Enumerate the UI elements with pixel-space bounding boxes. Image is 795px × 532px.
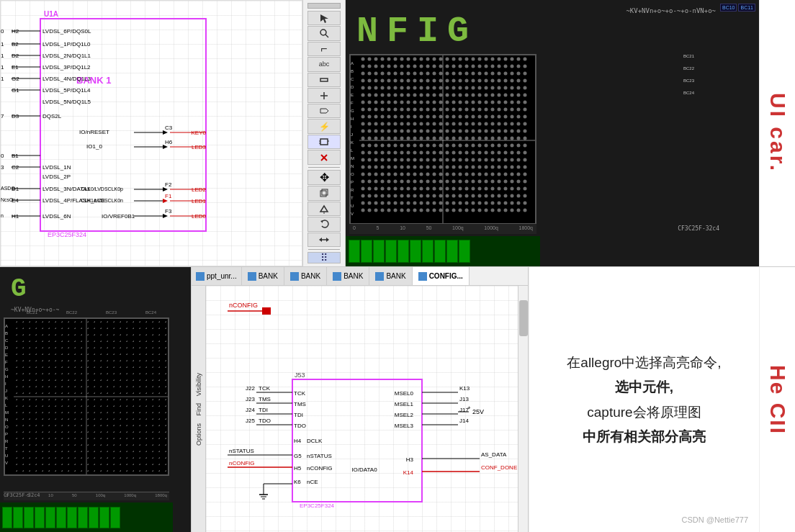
svg-point-200: [361, 101, 365, 104]
svg-point-131: [420, 79, 423, 83]
right-scrollbar[interactable]: [518, 286, 528, 532]
svg-point-416: [413, 158, 417, 162]
svg-point-59: [459, 58, 462, 61]
svg-point-534: [504, 187, 508, 191]
svg-point-605: [459, 209, 462, 212]
tool-btn-power[interactable]: ⚡: [307, 119, 341, 134]
svg-point-98: [374, 72, 378, 76]
tool-btn-rotate[interactable]: [307, 217, 341, 232]
j25-label: J25: [246, 418, 255, 424]
svg-point-104: [413, 72, 417, 76]
svg-point-374: [478, 144, 482, 148]
pin-id-e1: E1: [12, 64, 19, 71]
tool-btn-move[interactable]: ✥: [307, 170, 341, 185]
svg-point-437: [381, 166, 385, 169]
svg-point-588: [517, 202, 521, 205]
svg-point-530: [478, 187, 482, 191]
svg-point-443: [420, 166, 423, 169]
svg-point-609: [485, 209, 488, 212]
tab-bank4[interactable]: BANK: [369, 267, 412, 285]
svg-point-147: [524, 79, 527, 83]
svg-point-459: [524, 166, 527, 169]
tool-btn-mirror[interactable]: [307, 202, 341, 217]
row-p: P: [351, 180, 359, 184]
tool-btn-abc[interactable]: abc: [307, 57, 341, 72]
tool-btn-cursor[interactable]: [307, 11, 341, 26]
svg-point-611: [498, 209, 501, 212]
tool-btn-junc[interactable]: [307, 88, 341, 103]
svg-point-245: [485, 108, 488, 112]
svg-point-165: [472, 86, 475, 90]
svg-point-55: [433, 58, 436, 61]
svg-point-606: [465, 209, 469, 212]
visibility-sidebar: Visibility Find Options: [192, 286, 206, 532]
tab-bank3[interactable]: BANK: [327, 267, 369, 285]
nstatus-int-label: nSTATUS: [307, 453, 332, 459]
svg-point-549: [433, 194, 436, 198]
svg-point-272: [491, 115, 495, 119]
tool-btn-dots[interactable]: ⠿: [307, 252, 341, 263]
tool-btn-comp[interactable]: [307, 135, 341, 150]
tool-btn-delete[interactable]: [307, 150, 341, 165]
row-d: D: [351, 85, 359, 89]
svg-point-62: [478, 58, 482, 61]
svg-point-296: [478, 122, 482, 126]
svg-point-599: [420, 209, 423, 212]
bottom-schematic-svg: nCONFIG J53 EP3C25F324 TCK J22: [206, 286, 518, 531]
ruler-100: 100q: [452, 225, 464, 230]
scroll-thumb[interactable]: [519, 300, 528, 336]
tool-btn-label[interactable]: [307, 104, 341, 119]
svg-point-141: [485, 79, 488, 83]
svg-point-107: [433, 72, 436, 76]
pcb-title: NFIG: [356, 11, 477, 52]
svg-point-492: [400, 180, 404, 184]
bottom-pcb-title: G: [11, 274, 31, 304]
tool-btn-bus[interactable]: [307, 73, 341, 88]
tool-btn-copy[interactable]: [307, 186, 341, 201]
svg-point-561: [511, 194, 514, 198]
svg-point-454: [491, 166, 495, 169]
svg-point-554: [465, 194, 469, 198]
tab-bar: ppt_unr... BANK BANK BANK BANK: [192, 267, 528, 286]
svg-point-184: [426, 94, 430, 97]
svg-point-153: [394, 86, 398, 90]
tool-btn-zoom[interactable]: [307, 26, 341, 41]
tab-bank1[interactable]: BANK: [242, 267, 284, 285]
svg-point-172: [517, 86, 521, 90]
svg-point-571: [407, 202, 410, 205]
visibility-label: Visibility: [195, 373, 202, 396]
svg-point-208: [413, 101, 417, 104]
tab-config[interactable]: CONFIG...: [413, 267, 470, 285]
svg-point-204: [387, 101, 391, 104]
b-row-e: E: [5, 353, 14, 357]
svg-point-593: [381, 209, 385, 212]
bottom-cross-v: [86, 319, 87, 474]
tool-btn-wire[interactable]: ⌐: [307, 42, 341, 57]
svg-point-601: [433, 209, 436, 212]
pin-label-g2: LVDSL_4N/DQ1L3: [42, 76, 91, 82]
chip-bc11: BC11: [738, 4, 755, 12]
svg-point-568: [387, 202, 391, 205]
svg-point-427: [485, 158, 488, 162]
tab-ppt[interactable]: ppt_unr...: [192, 267, 242, 285]
svg-point-144: [504, 79, 508, 83]
svg-point-361: [394, 144, 398, 148]
center-cross-h: [359, 140, 535, 141]
svg-point-404: [504, 151, 508, 155]
b-chip-4: [35, 507, 45, 528]
svg-point-379: [511, 144, 514, 148]
conf-done-label: CONF_DONE: [481, 464, 517, 471]
svg-point-24: [320, 30, 326, 35]
svg-point-430: [504, 158, 508, 162]
svg-point-558: [491, 194, 495, 198]
tool-btn-stretch[interactable]: [307, 233, 341, 248]
tab-bank2[interactable]: BANK: [284, 267, 327, 285]
svg-point-283: [394, 122, 398, 126]
bga-col-nums: BC21 BC22 BC23 BC24: [12, 310, 171, 315]
svg-point-105: [420, 72, 423, 76]
svg-point-299: [498, 122, 501, 126]
svg-point-326: [504, 130, 508, 133]
svg-point-318: [452, 130, 456, 133]
svg-point-69: [524, 58, 527, 61]
svg-point-434: [361, 166, 365, 169]
